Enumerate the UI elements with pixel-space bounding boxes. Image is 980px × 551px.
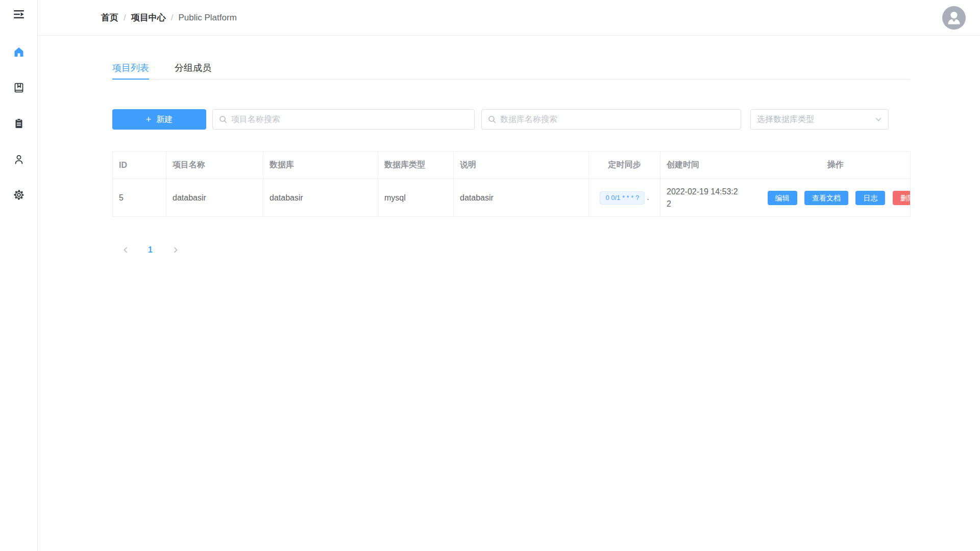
cell-database-type: mysql xyxy=(378,179,454,217)
project-search-box xyxy=(212,109,475,130)
chevron-down-icon xyxy=(875,116,882,123)
cron-suffix: . xyxy=(647,193,649,202)
edit-button[interactable]: 编辑 xyxy=(768,191,797,205)
toolbar: + 新建 选择数据库类型 xyxy=(112,109,910,130)
home-icon xyxy=(13,46,24,58)
cell-created-at: 2022-02-19 14:53:22 xyxy=(660,179,761,217)
tab-project-list[interactable]: 项目列表 xyxy=(112,58,149,79)
db-type-select[interactable]: 选择数据库类型 xyxy=(750,109,889,130)
sidebar-item-home[interactable] xyxy=(0,34,38,70)
next-page-button[interactable] xyxy=(166,242,184,258)
project-search-input[interactable] xyxy=(231,115,468,124)
project-table: ID 项目名称 数据库 数据库类型 说明 定时同步 创建时间 操作 5 data… xyxy=(112,151,911,217)
delete-button[interactable]: 删除 xyxy=(893,191,911,205)
user-avatar[interactable] xyxy=(942,6,966,30)
col-header-actions: 操作 xyxy=(761,152,911,179)
col-header-database: 数据库 xyxy=(263,152,378,179)
col-header-database-type: 数据库类型 xyxy=(378,152,454,179)
sidebar xyxy=(0,0,38,551)
database-search-input[interactable] xyxy=(500,115,734,124)
cell-database: databasir xyxy=(263,179,378,217)
user-icon xyxy=(13,154,24,165)
breadcrumb: 首页 / 项目中心 / Public Platform xyxy=(101,12,237,23)
sidebar-item-tasks[interactable] xyxy=(0,106,38,141)
db-type-select-placeholder: 选择数据库类型 xyxy=(757,114,875,125)
log-button[interactable]: 日志 xyxy=(855,191,885,205)
col-header-id: ID xyxy=(113,152,166,179)
breadcrumb-separator: / xyxy=(124,13,126,23)
page-number-1[interactable]: 1 xyxy=(141,242,159,258)
col-header-project-name: 项目名称 xyxy=(166,152,263,179)
sidebar-item-projects[interactable] xyxy=(0,70,38,106)
create-button-label: 新建 xyxy=(156,114,173,125)
breadcrumb-current: Public Platform xyxy=(178,13,236,23)
cell-project-name: databasir xyxy=(166,179,263,217)
plus-icon: + xyxy=(146,114,152,125)
cell-actions: 编辑 查看文档 日志 删除 xyxy=(761,179,911,217)
fold-menu-icon[interactable] xyxy=(13,8,25,20)
tab-group-members[interactable]: 分组成员 xyxy=(175,58,211,79)
tab-bar: 项目列表 分组成员 xyxy=(112,58,910,80)
breadcrumb-separator: / xyxy=(171,13,174,23)
col-header-description: 说明 xyxy=(454,152,589,179)
table-row: 5 databasir databasir mysql databasir 0 … xyxy=(113,179,911,217)
breadcrumb-project-center[interactable]: 项目中心 xyxy=(131,12,166,23)
sidebar-nav xyxy=(0,34,38,213)
clipboard-icon xyxy=(13,118,24,129)
col-header-sync: 定时同步 xyxy=(589,152,660,179)
cell-description: databasir xyxy=(454,179,589,217)
search-icon xyxy=(219,115,227,123)
table-header-row: ID 项目名称 数据库 数据库类型 说明 定时同步 创建时间 操作 xyxy=(113,152,911,179)
search-icon xyxy=(488,115,496,123)
breadcrumb-home[interactable]: 首页 xyxy=(101,12,118,23)
book-icon xyxy=(13,82,24,93)
sidebar-item-settings[interactable] xyxy=(0,177,38,213)
gear-icon xyxy=(13,189,24,201)
create-button[interactable]: + 新建 xyxy=(112,109,206,130)
cell-id: 5 xyxy=(113,179,166,217)
col-header-created-at: 创建时间 xyxy=(660,152,761,179)
prev-page-button[interactable] xyxy=(116,242,134,258)
database-search-box xyxy=(481,109,741,130)
sidebar-item-users[interactable] xyxy=(0,141,38,177)
pagination: 1 xyxy=(112,242,910,258)
top-header: 首页 / 项目中心 / Public Platform xyxy=(38,0,980,36)
view-doc-button[interactable]: 查看文档 xyxy=(804,191,848,205)
cell-sync: 0 0/1 * * * ?. xyxy=(589,179,660,217)
cron-tag: 0 0/1 * * * ? xyxy=(600,191,645,205)
